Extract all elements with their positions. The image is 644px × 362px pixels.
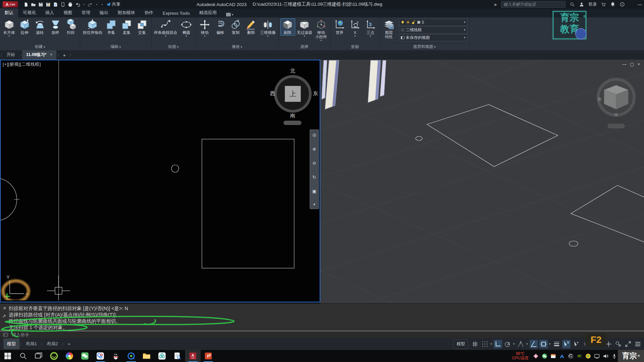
tray-flower-icon[interactable] (533, 353, 539, 359)
cart-icon[interactable] (601, 2, 606, 7)
caret-down-icon[interactable]: ▼ (464, 36, 466, 39)
search-icon[interactable] (570, 2, 575, 7)
tool-erase-button[interactable]: 删除 (244, 18, 259, 36)
viewport-minimize-icon[interactable]: — (622, 62, 627, 67)
qat-new-file-button[interactable] (23, 2, 29, 7)
tool-subtract-button[interactable]: 差集 (119, 18, 134, 36)
bell-icon[interactable] (610, 2, 615, 7)
qat-caret-down-icon[interactable] (95, 3, 98, 6)
panel-label-坐标[interactable]: 坐标 (331, 43, 380, 50)
command-input-placeholder[interactable]: 键入命令 (12, 332, 29, 338)
tray-nvidia-icon[interactable] (577, 353, 582, 359)
tool-ellipse-button[interactable]: 椭圆▼ (179, 18, 194, 38)
status-polar-tracking-toggle[interactable] (503, 340, 512, 348)
ribbon-tab-可视化[interactable]: 可视化 (18, 8, 41, 17)
help-icon[interactable]: ? (620, 2, 625, 7)
search-type-caret-icon[interactable]: ▶ (494, 3, 497, 6)
layout-tab-布局2[interactable]: 布局2 (43, 339, 61, 349)
showmotion-icon[interactable]: ▣ (312, 189, 316, 194)
tool-spline-button[interactable]: 样条曲线拟合▼ (153, 18, 178, 38)
share-button[interactable]: 共享 (112, 1, 120, 7)
taskbar-qq-browser[interactable] (123, 350, 139, 362)
tool-ucs-x-button[interactable]: xX▼ (348, 18, 363, 38)
viewcube-top-face[interactable]: 上 (285, 86, 301, 102)
status-isolate-objects-toggle[interactable] (614, 340, 623, 348)
qat-caret-down-icon[interactable] (101, 3, 104, 6)
tool-culling-button[interactable]: 剔除 (280, 18, 295, 36)
tool-no-filter-button[interactable]: 无过滤器▼ (296, 18, 313, 38)
caret-down-icon[interactable]: ▼ (526, 343, 528, 346)
qat-redo-button[interactable] (88, 2, 93, 7)
ribbon-tab-协作[interactable]: 协作 (140, 8, 158, 17)
pan-icon[interactable]: ⊕ (313, 146, 316, 152)
tool-loft-button[interactable]: 放样 (48, 18, 63, 36)
ribbon-tab-视图[interactable]: 视图 (59, 8, 77, 17)
tool-box-button[interactable]: 长方体▼ (2, 18, 16, 38)
qat-caret-down-icon[interactable] (83, 3, 86, 6)
tool-copy-button[interactable]: 复制 (228, 18, 243, 36)
help-search-input[interactable] (501, 1, 566, 8)
tool-move-button[interactable]: 移动▼ (198, 18, 212, 38)
qat-save-as-button[interactable] (46, 2, 51, 7)
navigation-bar[interactable]: ◎ ⊕ ⊖ ↻ ▣ ▼ (310, 129, 319, 209)
tray-speaker-icon[interactable] (603, 353, 608, 359)
tray-autodesk-a-icon[interactable] (559, 353, 565, 359)
panel-label-编辑[interactable]: 编辑 ▾ (80, 43, 151, 50)
ribbon-tab-默认[interactable]: 默认 (0, 8, 18, 17)
viewport-top-2d[interactable]: [+][俯视][二维线框] Y × (0, 60, 320, 302)
status-selection-cycling-toggle[interactable] (572, 340, 580, 348)
tool-ucs-3point-button[interactable]: 3三点▼ (363, 18, 378, 38)
viewcube[interactable]: 北 西 东 南 上 (273, 68, 312, 121)
zoom-icon[interactable]: ⊖ (313, 161, 316, 166)
tool-extrude-button[interactable]: 拉伸 (17, 18, 32, 36)
taskbar-wechat[interactable] (77, 350, 93, 362)
file-tab-document[interactable]: 11.09练习* × (22, 50, 56, 60)
layout-tab-布局1[interactable]: 布局1 (22, 339, 41, 349)
taskbar-file-explorer[interactable] (139, 350, 154, 362)
status-isoplane-toggle[interactable] (517, 340, 525, 348)
taskbar-notepad[interactable] (170, 350, 185, 362)
login-button[interactable]: 登录 (588, 2, 597, 7)
layout-tab-+[interactable]: + (64, 339, 74, 349)
status-osnap-tracking-toggle[interactable] (530, 340, 538, 348)
autocad-logo-icon[interactable]: A CAD (3, 1, 18, 7)
viewcube-south[interactable]: 南 (290, 113, 295, 119)
status-dynamic-input-toggle[interactable] (562, 340, 571, 348)
viewport-close-icon[interactable]: × (637, 62, 640, 67)
layout-tab-模型[interactable]: 模型 (3, 339, 19, 349)
close-tab-icon[interactable]: × (50, 52, 52, 57)
tray-display-icon[interactable] (594, 353, 600, 359)
tool-revolve-button[interactable]: 旋转 (33, 18, 47, 36)
panel-label-创建[interactable]: 创建 ▾ (0, 43, 80, 50)
command-input-row[interactable]: 键入命令 (0, 331, 644, 338)
tool-move-gizmo-button[interactable]: 移动 小控件▼ (314, 18, 329, 42)
caret-down-icon[interactable]: ▼ (513, 343, 515, 346)
panel-label-修改[interactable]: 修改 ▾ (196, 43, 278, 50)
taskbar-start[interactable] (0, 350, 15, 362)
qat-print-button[interactable] (68, 2, 73, 7)
panel-label-图层和视图[interactable]: 图层和视图 ▾ (380, 43, 469, 50)
tool-offset-button[interactable]: 偏移 (213, 18, 228, 36)
tool-mirror-3d-button[interactable]: 三维镜像▼ (259, 18, 277, 38)
status-lineweight-toggle[interactable] (552, 340, 561, 348)
command-close-icon[interactable]: ✕ (3, 306, 7, 310)
tool-sweep-button[interactable]: 扫掠 (63, 18, 78, 36)
status-snap-toggle[interactable] (481, 340, 489, 348)
panel-label-选择[interactable]: 选择 (279, 43, 330, 50)
viewport-maximize-icon[interactable]: ▢ (630, 62, 634, 67)
layer-select[interactable]: 0▼ (399, 19, 468, 26)
full-navigation-wheel-icon[interactable]: ◎ (312, 132, 316, 137)
taskbar-app-knot[interactable] (154, 350, 170, 362)
taskbar-search[interactable] (15, 350, 31, 362)
taskbar-task-view[interactable] (31, 350, 46, 362)
caret-down-icon[interactable]: ▼ (490, 343, 492, 346)
tray-wechat-tray-icon[interactable] (542, 353, 547, 359)
tray-window-app-icon[interactable] (550, 353, 556, 359)
taskbar-autocad-app[interactable]: ACAD (185, 350, 201, 362)
tool-layer-properties-button[interactable]: 图层 特性 (382, 18, 396, 40)
visual-style-select[interactable]: 二维线框▼ (399, 26, 468, 34)
ribbon-tab-精选应用[interactable]: 精选应用 (195, 8, 221, 17)
viewcube-west[interactable]: 西 (270, 90, 275, 97)
minimize-window-button[interactable]: — (638, 2, 642, 7)
taskbar-qq[interactable] (108, 350, 123, 362)
